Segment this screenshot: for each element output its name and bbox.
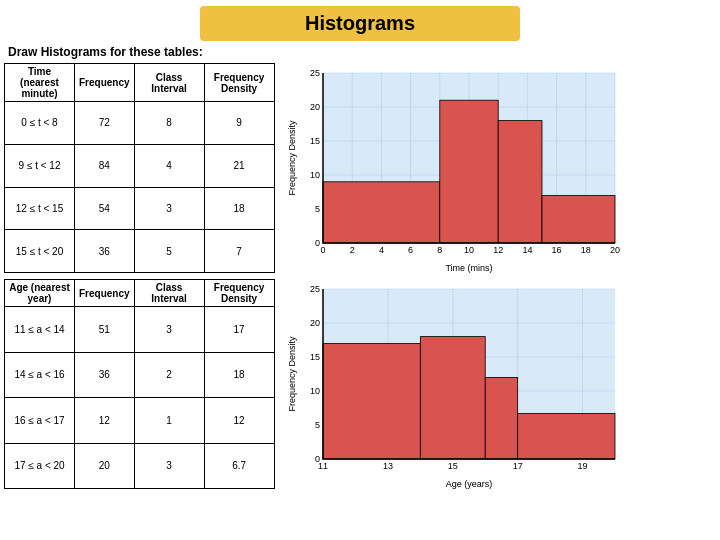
table1: Time (nearest minute)FrequencyClass Inte… (4, 63, 275, 273)
section-1: Time (nearest minute)FrequencyClass Inte… (4, 63, 716, 273)
section-2: Age (nearest year)FrequencyClass Interva… (4, 279, 716, 489)
table-row: 17 ≤ a < 202036.7 (5, 443, 275, 489)
main-container: Time (nearest minute)FrequencyClass Inte… (0, 63, 720, 495)
table-row: 9 ≤ t < 1284421 (5, 144, 275, 187)
table-row: 14 ≤ a < 1636218 (5, 352, 275, 398)
table2: Age (nearest year)FrequencyClass Interva… (4, 279, 275, 489)
subtitle: Draw Histograms for these tables: (8, 45, 720, 59)
table-row: 12 ≤ t < 1554318 (5, 187, 275, 230)
page-title: Histograms (305, 12, 415, 34)
table-row: 15 ≤ t < 203657 (5, 230, 275, 273)
table-row: 0 ≤ t < 87289 (5, 102, 275, 145)
table-row: 11 ≤ a < 1451317 (5, 307, 275, 353)
chart2-area (285, 279, 625, 489)
chart1-area (285, 63, 625, 273)
title-bar: Histograms (200, 6, 520, 41)
table-row: 16 ≤ a < 1712112 (5, 398, 275, 444)
